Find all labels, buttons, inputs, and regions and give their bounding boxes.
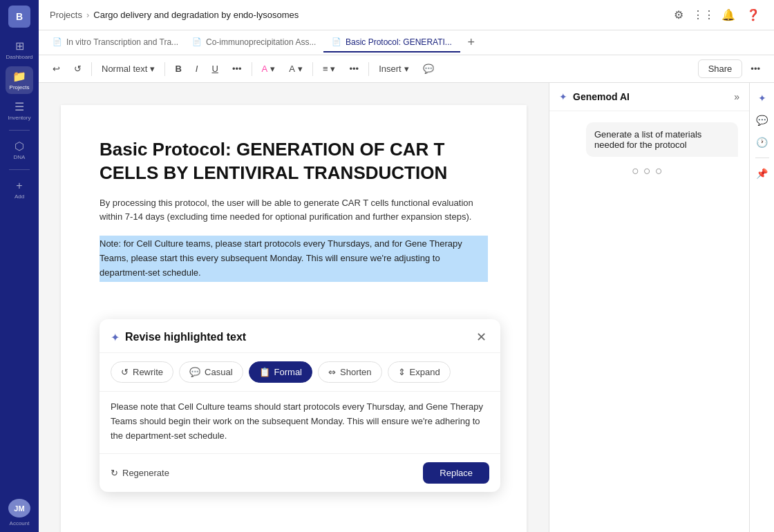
sidebar-item-label: Inventory <box>8 115 31 121</box>
dashboard-icon: ⊞ <box>15 39 24 53</box>
revise-footer: ↻ Regenerate Replace <box>100 453 500 492</box>
align-icon: ≡ <box>323 64 328 74</box>
content-row: Basic Protocol: GENERATION OF CAR T CELL… <box>39 83 774 532</box>
ai-icon-button[interactable]: ✦ <box>753 88 772 108</box>
sidebar-logo[interactable]: B <box>8 6 30 28</box>
highlight-dropdown[interactable]: A ▾ <box>256 61 281 77</box>
ai-panel-icon: ✦ <box>559 91 567 102</box>
tabs-bar: 📄 In vitro Transcription and Tra... 📄 Co… <box>39 30 774 55</box>
tab-2[interactable]: 📄 Co-immunoprecipitation Ass... <box>184 33 322 53</box>
redo-button[interactable]: ↺ <box>68 61 87 77</box>
inventory-icon: ☰ <box>15 100 24 113</box>
rewrite-button[interactable]: ↺ Rewrite <box>111 361 173 383</box>
chat-icon-button[interactable]: 💬 <box>753 111 772 130</box>
replace-button[interactable]: Replace <box>423 462 489 484</box>
grid-icon[interactable]: ⋮⋮ <box>694 6 713 25</box>
sidebar-divider <box>9 130 30 131</box>
tab-1-label: In vitro Transcription and Tra... <box>66 37 178 47</box>
sidebar-item-label: Add <box>15 193 24 200</box>
highlight-icon: A <box>262 64 268 74</box>
more-format-button[interactable]: ••• <box>227 61 247 77</box>
breadcrumb-current: Cargo delivery and degradation by endo-l… <box>93 10 299 20</box>
dna-icon: ⬡ <box>15 140 24 153</box>
sidebar: B ⊞ Dashboard 📁 Projects ☰ Inventory ⬡ D… <box>0 0 39 532</box>
revise-popup-title: Revise highlighted text <box>125 331 246 343</box>
help-icon[interactable]: ❓ <box>744 6 763 25</box>
expand-panel-button[interactable]: » <box>734 91 739 102</box>
breadcrumb-separator: › <box>86 10 89 20</box>
ai-panel: ✦ Genemod AI » Generate a list of materi… <box>549 83 749 532</box>
revise-ai-icon: ✦ <box>111 331 120 344</box>
history-icon-button[interactable]: 🕐 <box>753 133 772 152</box>
ai-panel-header: ✦ Genemod AI » <box>549 83 749 111</box>
chevron-down-icon-4: ▾ <box>330 64 335 74</box>
more-format-button-2[interactable]: ••• <box>343 61 364 77</box>
undo-button[interactable]: ↩ <box>47 61 66 77</box>
sidebar-item-label: Projects <box>10 84 30 91</box>
formal-button[interactable]: 📋 Formal <box>249 361 312 383</box>
sidebar-item-projects[interactable]: 📁 Projects <box>6 66 33 94</box>
align-dropdown[interactable]: ≡ ▾ <box>317 61 341 77</box>
toolbar-right: Share ••• <box>698 59 766 78</box>
ai-user-message: Generate a list of materials needed for … <box>586 122 738 157</box>
expand-icon: ⇕ <box>398 367 406 377</box>
doc-highlighted-text[interactable]: Note: for Cell Culture teams, please sta… <box>100 236 488 281</box>
settings-icon[interactable]: ⚙ <box>669 6 688 25</box>
revise-header: ✦ Revise highlighted text ✕ <box>100 319 500 353</box>
pin-icon-button[interactable]: 📌 <box>753 164 772 183</box>
expand-button[interactable]: ⇕ Expand <box>388 361 451 383</box>
rewrite-label: Rewrite <box>133 367 163 377</box>
regenerate-label: Regenerate <box>122 468 169 478</box>
tab-1[interactable]: 📄 In vitro Transcription and Tra... <box>44 33 182 53</box>
comment-button[interactable]: 💬 <box>417 61 440 77</box>
doc-area: Basic Protocol: GENERATION OF CAR T CELL… <box>39 83 549 532</box>
breadcrumb-parent[interactable]: Projects <box>50 10 82 20</box>
ai-sidebar: ✦ 💬 🕐 📌 <box>749 83 774 532</box>
underline-button[interactable]: U <box>206 61 223 77</box>
casual-button[interactable]: 💬 Casual <box>179 361 243 383</box>
sidebar-item-dna[interactable]: ⬡ DNA <box>6 136 33 164</box>
revise-options: ↺ Rewrite 💬 Casual 📋 Formal ⇔ <box>100 353 500 391</box>
sidebar-item-inventory[interactable]: ☰ Inventory <box>6 97 33 124</box>
bold-button[interactable]: B <box>169 61 187 77</box>
revise-close-button[interactable]: ✕ <box>473 329 489 345</box>
tab-3-label: Basic Protocol: GENERATI... <box>346 37 452 47</box>
toolbar-separator-3 <box>252 62 252 76</box>
formal-icon: 📋 <box>259 367 270 377</box>
sidebar-item-label: DNA <box>14 154 26 160</box>
doc-intro: By processing this protocol, the user wi… <box>100 196 488 225</box>
toolbar-separator-4 <box>312 62 313 76</box>
tab-3[interactable]: 📄 Basic Protocol: GENERATI... <box>323 33 460 53</box>
revise-title-row: ✦ Revise highlighted text <box>111 331 246 344</box>
chevron-down-icon-3: ▾ <box>298 64 303 74</box>
more-options-button[interactable]: ••• <box>745 61 766 77</box>
ai-sidebar-separator <box>755 158 769 158</box>
regenerate-button[interactable]: ↻ Regenerate <box>111 468 169 478</box>
insert-dropdown[interactable]: Insert ▾ <box>373 61 415 77</box>
expand-label: Expand <box>410 367 440 377</box>
doc-page: Basic Protocol: GENERATION OF CAR T CELL… <box>61 105 527 532</box>
casual-icon: 💬 <box>189 367 200 377</box>
font-color-dropdown[interactable]: A ▾ <box>283 61 308 77</box>
doc-title: Basic Protocol: GENERATION OF CAR T CELL… <box>100 138 488 185</box>
sidebar-item-dashboard[interactable]: ⊞ Dashboard <box>6 36 33 64</box>
text-style-dropdown[interactable]: Normal text ▾ <box>96 61 160 77</box>
bell-icon[interactable]: 🔔 <box>719 6 738 25</box>
revise-content: Please note that Cell Culture teams shou… <box>100 391 500 453</box>
add-icon: + <box>16 180 22 192</box>
account-item[interactable]: JM Account <box>6 499 33 526</box>
projects-icon: 📁 <box>12 70 26 83</box>
font-color-icon: A <box>289 64 295 74</box>
breadcrumb: Projects › Cargo delivery and degradatio… <box>50 10 299 20</box>
share-button[interactable]: Share <box>698 59 743 78</box>
tab-add-button[interactable]: + <box>462 33 481 53</box>
revise-popup: ✦ Revise highlighted text ✕ ↺ Rewrite 💬 … <box>100 319 500 492</box>
tab-2-label: Co-immunoprecipitation Ass... <box>206 37 316 47</box>
shorten-button[interactable]: ⇔ Shorten <box>318 361 382 383</box>
toolbar: ↩ ↺ Normal text ▾ B I U ••• A ▾ A ▾ ≡ ▾ … <box>39 55 774 83</box>
sidebar-bottom: JM Account <box>6 499 33 526</box>
casual-label: Casual <box>205 367 232 377</box>
sidebar-item-add[interactable]: + Add <box>6 175 33 203</box>
italic-button[interactable]: I <box>190 61 204 77</box>
topbar: Projects › Cargo delivery and degradatio… <box>39 0 774 30</box>
